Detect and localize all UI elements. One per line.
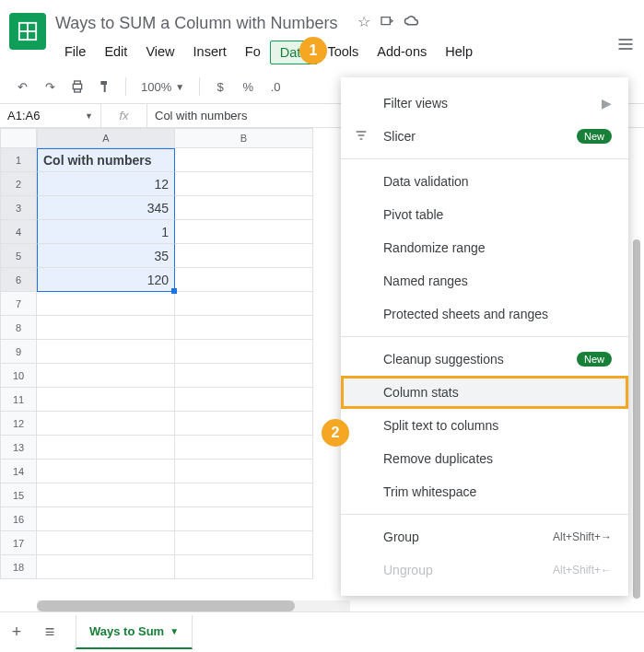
row-header[interactable]: 10 — [0, 364, 37, 388]
menu-item-protected-sheets-and-ranges[interactable]: Protected sheets and ranges — [341, 297, 628, 331]
menu-item-group[interactable]: GroupAlt+Shift+→ — [341, 520, 628, 553]
cell[interactable] — [175, 292, 313, 316]
cell[interactable] — [175, 436, 313, 460]
cell[interactable] — [175, 388, 313, 412]
cell[interactable] — [175, 507, 313, 531]
row-header[interactable]: 16 — [0, 507, 37, 531]
cell[interactable] — [175, 531, 313, 555]
row-header[interactable]: 4 — [0, 220, 37, 244]
menu-item-slicer[interactable]: SlicerNew — [341, 120, 628, 153]
row-header[interactable]: 6 — [0, 268, 37, 292]
add-sheet-button[interactable]: + — [0, 623, 33, 642]
cell[interactable] — [37, 436, 175, 460]
row-header[interactable]: 13 — [0, 436, 37, 460]
cell[interactable]: 345 — [37, 196, 175, 220]
row-header[interactable]: 1 — [0, 148, 37, 172]
cell[interactable]: 35 — [37, 244, 175, 268]
row-header[interactable]: 14 — [0, 460, 37, 483]
cell[interactable] — [175, 364, 313, 388]
cell[interactable] — [37, 292, 175, 316]
svg-rect-6 — [73, 84, 81, 88]
paint-format-button[interactable] — [94, 76, 116, 98]
menu-add-ons[interactable]: Add-ons — [368, 41, 436, 64]
star-icon[interactable]: ☆ — [357, 13, 370, 33]
cell[interactable] — [37, 483, 175, 507]
row-header[interactable]: 9 — [0, 340, 37, 364]
row-header[interactable]: 15 — [0, 483, 37, 507]
select-all-corner[interactable] — [0, 128, 37, 148]
cell[interactable] — [37, 316, 175, 340]
cell[interactable]: Col with numbers — [37, 148, 175, 172]
percent-button[interactable]: % — [237, 76, 259, 98]
hamburger-icon[interactable] — [616, 35, 635, 57]
cell[interactable] — [175, 220, 313, 244]
doc-title[interactable]: Ways to SUM a Column with Numbers — [55, 14, 337, 33]
cell[interactable]: 1 — [37, 220, 175, 244]
decimal-button[interactable]: .0 — [264, 76, 287, 98]
cell[interactable] — [175, 172, 313, 196]
row-header[interactable]: 5 — [0, 244, 37, 268]
menu-view[interactable]: View — [136, 41, 183, 64]
row-header[interactable]: 12 — [0, 412, 37, 436]
cell[interactable] — [175, 340, 313, 364]
cell[interactable] — [37, 364, 175, 388]
all-sheets-button[interactable]: ≡ — [33, 623, 66, 642]
row-header[interactable]: 3 — [0, 196, 37, 220]
sheet-tab[interactable]: Ways to Sum▼ — [76, 615, 193, 649]
menu-item-trim-whitespace[interactable]: Trim whitespace — [341, 475, 628, 508]
cell[interactable] — [37, 388, 175, 412]
cell[interactable] — [175, 148, 313, 172]
row-header[interactable]: 18 — [0, 555, 37, 579]
print-button[interactable] — [66, 76, 88, 98]
cloud-icon[interactable] — [404, 13, 420, 33]
cell[interactable] — [175, 244, 313, 268]
name-box[interactable]: A1:A6▼ — [0, 104, 101, 127]
col-header[interactable]: B — [175, 128, 313, 148]
menu-item-pivot-table[interactable]: Pivot table — [341, 198, 628, 231]
cell[interactable] — [37, 555, 175, 579]
formula-bar[interactable]: Col with numbers — [147, 109, 254, 122]
menu-insert[interactable]: Insert — [184, 41, 236, 64]
cell[interactable] — [37, 460, 175, 483]
zoom-select[interactable]: 100% ▼ — [135, 80, 190, 94]
row-header[interactable]: 11 — [0, 388, 37, 412]
cell[interactable] — [175, 268, 313, 292]
menu-item-data-validation[interactable]: Data validation — [341, 165, 628, 198]
callout-2: 2 — [322, 419, 349, 447]
menu-help[interactable]: Help — [436, 41, 482, 64]
menu-item-cleanup-suggestions[interactable]: Cleanup suggestionsNew — [341, 343, 628, 376]
cell[interactable] — [37, 507, 175, 531]
sheets-logo[interactable] — [9, 13, 46, 50]
cell[interactable]: 120 — [37, 268, 175, 292]
cell[interactable] — [175, 196, 313, 220]
cell[interactable] — [175, 483, 313, 507]
menu-item-filter-views[interactable]: Filter views▶ — [341, 87, 628, 120]
menu-item-split-text-to-columns[interactable]: Split text to columns — [341, 409, 628, 442]
horizontal-scrollbar[interactable] — [37, 600, 350, 611]
cell[interactable] — [37, 531, 175, 555]
row-header[interactable]: 8 — [0, 316, 37, 340]
row-header[interactable]: 7 — [0, 292, 37, 316]
undo-button[interactable]: ↶ — [11, 76, 33, 98]
cell[interactable] — [175, 316, 313, 340]
col-header[interactable]: A — [37, 128, 175, 148]
redo-button[interactable]: ↷ — [39, 76, 61, 98]
vertical-scrollbar[interactable] — [629, 239, 644, 645]
menu-edit[interactable]: Edit — [95, 41, 136, 64]
cell[interactable] — [175, 555, 313, 579]
currency-button[interactable]: $ — [209, 76, 231, 98]
menu-fo[interactable]: Fo — [236, 41, 270, 64]
menu-item-column-stats[interactable]: Column stats — [341, 376, 628, 409]
cell[interactable] — [175, 412, 313, 436]
cell[interactable] — [37, 340, 175, 364]
row-header[interactable]: 2 — [0, 172, 37, 196]
cell[interactable]: 12 — [37, 172, 175, 196]
cell[interactable] — [175, 460, 313, 483]
menu-item-named-ranges[interactable]: Named ranges — [341, 264, 628, 297]
cell[interactable] — [37, 412, 175, 436]
move-icon[interactable] — [380, 13, 394, 33]
menu-item-remove-duplicates[interactable]: Remove duplicates — [341, 442, 628, 475]
menu-item-randomize-range[interactable]: Randomize range — [341, 231, 628, 264]
row-header[interactable]: 17 — [0, 531, 37, 555]
menu-file[interactable]: File — [55, 41, 95, 64]
